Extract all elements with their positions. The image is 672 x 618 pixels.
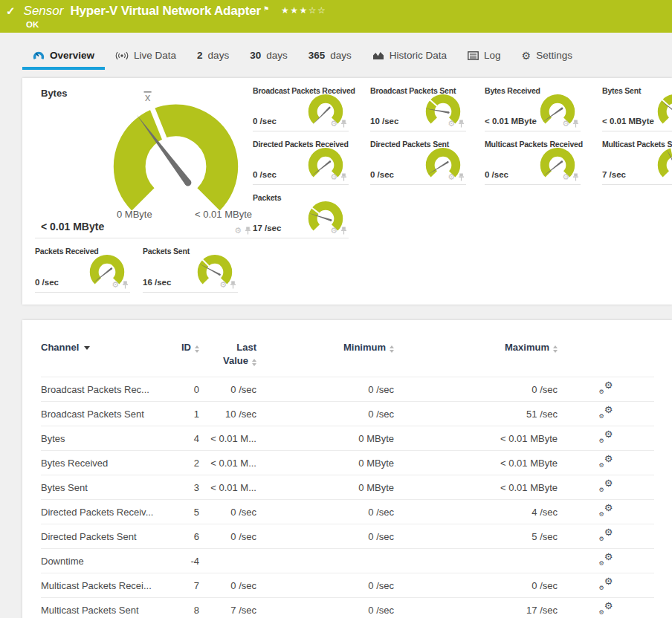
channel-settings-gears-icon[interactable]: ⚙ ⚙ (599, 602, 613, 615)
minimum-cell: 0 MByte (264, 475, 401, 500)
gauge-settings-gear-icon[interactable]: ⚙ (330, 227, 337, 235)
channel-settings-gears-icon[interactable]: ⚙ ⚙ (599, 504, 613, 517)
channel-settings-gears-icon[interactable]: ⚙ ⚙ (599, 406, 613, 419)
gauge-settings-gear-icon[interactable]: ⚙ (219, 281, 227, 289)
tab-365-days[interactable]: 365 days (298, 45, 362, 70)
channel-settings-gears-icon[interactable]: ⚙ ⚙ (599, 455, 613, 468)
gauge-pin-icon[interactable] (572, 120, 579, 128)
table-row[interactable]: Downtime -4 ⚙ ⚙ (41, 549, 654, 573)
minimum-cell: 0 /sec (264, 377, 401, 402)
channel-name-cell[interactable]: Directed Packets Sent (41, 524, 175, 549)
channel-settings-gears-icon[interactable]: ⚙ ⚙ (599, 578, 613, 591)
column-header-channel[interactable]: Channel (41, 331, 175, 377)
last-value-cell: 0 /sec (207, 500, 264, 524)
gauge-current-value: 0 /sec (253, 117, 277, 126)
status-check-icon: ✓ (6, 4, 16, 18)
priority-flag-icon[interactable]: ⚑ (263, 5, 269, 13)
gauge-current-value: < 0.01 MByte (485, 117, 537, 126)
table-row[interactable]: Broadcast Packets Sent 1 10 /sec 0 /sec … (41, 402, 654, 426)
channel-name-cell[interactable]: Broadcast Packets Rec... (41, 377, 175, 402)
tab-bar: Overview Live Data 2 days 30 days 365 da… (0, 33, 672, 78)
tab-2-days[interactable]: 2 days (187, 45, 239, 70)
channel-settings-gears-icon[interactable]: ⚙ ⚙ (599, 431, 613, 443)
svg-text:x: x (145, 91, 151, 103)
channel-settings-gears-icon[interactable]: ⚙ ⚙ (599, 480, 613, 492)
tab-overview[interactable]: Overview (22, 45, 105, 70)
channel-id-cell: 8 (175, 598, 207, 618)
channel-name-cell[interactable]: Bytes Received (41, 451, 175, 475)
tab-overview-label: Overview (50, 50, 94, 61)
column-header-maximum[interactable]: Maximum (401, 331, 565, 377)
star-icon[interactable]: ☆ (308, 5, 317, 16)
channel-name-cell[interactable]: Multicast Packets Recei... (41, 573, 175, 598)
maximum-cell (401, 549, 565, 573)
channel-settings-gears-icon[interactable]: ⚙ ⚙ (599, 529, 613, 541)
column-header-minimum[interactable]: Minimum (264, 331, 401, 377)
gauge-pin-icon[interactable] (458, 120, 465, 128)
star-icon[interactable]: ★ (290, 5, 299, 16)
table-row[interactable]: Multicast Packets Recei... 7 0 /sec 0 /s… (41, 573, 654, 598)
channel-settings-gears-icon[interactable]: ⚙ ⚙ (599, 553, 613, 566)
gauge-settings-gear-icon[interactable]: ⚙ (448, 120, 455, 128)
gauge-current-value: < 0.01 MByte (41, 221, 104, 232)
channels-table-body: Broadcast Packets Rec... 0 0 /sec 0 /sec… (41, 377, 654, 618)
sensor-title: Hyper-V Virtual Network Adapter (70, 4, 260, 19)
gauge-tile: Bytes Received < 0.01 MByte ⚙ (485, 78, 581, 131)
gauge-settings-gear-icon[interactable]: ⚙ (562, 173, 569, 181)
gauge-pin-icon[interactable] (340, 227, 347, 235)
star-icon[interactable]: ★ (299, 5, 308, 16)
gauge-title: Bytes Sent (602, 86, 641, 95)
channel-name-cell[interactable]: Directed Packets Receiv... (41, 500, 175, 524)
star-rating[interactable]: ★★★☆☆ (281, 5, 326, 16)
tab-historic-data[interactable]: Historic Data (362, 45, 457, 70)
table-row[interactable]: Multicast Packets Sent 8 7 /sec 0 /sec 1… (41, 598, 654, 618)
gauge-pin-icon[interactable] (340, 173, 347, 181)
gauge-pin-icon[interactable] (122, 281, 129, 289)
table-row[interactable]: Bytes Received 2 < 0.01 M... 0 MByte < 0… (41, 451, 654, 475)
channel-id-cell: -4 (175, 549, 207, 573)
table-row[interactable]: Bytes 4 < 0.01 M... 0 MByte < 0.01 MByte… (41, 426, 654, 451)
gauge-settings-gear-icon[interactable]: ⚙ (234, 227, 242, 235)
gauge-pin-icon[interactable] (340, 120, 347, 128)
channel-name-cell[interactable]: Broadcast Packets Sent (41, 402, 175, 426)
table-row[interactable]: Broadcast Packets Rec... 0 0 /sec 0 /sec… (41, 377, 654, 402)
gauge-current-value: 17 /sec (253, 224, 281, 232)
maximum-cell: < 0.01 MByte (401, 426, 565, 451)
star-icon[interactable]: ★ (281, 5, 290, 16)
star-icon[interactable]: ☆ (317, 5, 326, 16)
column-header-id[interactable]: ID (175, 331, 207, 377)
channel-id-cell: 6 (175, 524, 207, 549)
maximum-cell: 5 /sec (401, 524, 565, 549)
tab-30-days[interactable]: 30 days (239, 45, 298, 70)
channel-name-cell[interactable]: Bytes (41, 426, 175, 451)
column-header-last-value[interactable]: Last Value (207, 331, 264, 377)
channel-id-cell: 7 (175, 573, 207, 598)
gauge-current-value: 0 /sec (35, 278, 59, 287)
table-row[interactable]: Bytes Sent 3 < 0.01 M... 0 MByte < 0.01 … (41, 475, 654, 500)
gauge-pin-icon[interactable] (230, 281, 236, 289)
table-row[interactable]: Directed Packets Receiv... 5 0 /sec 0 /s… (41, 500, 654, 524)
tab-live-data[interactable]: Live Data (105, 45, 187, 70)
sort-icon (390, 345, 394, 353)
gauge-pin-icon[interactable] (458, 173, 465, 181)
gauge-settings-gear-icon[interactable]: ⚙ (448, 173, 455, 181)
gauge-current-value: 0 /sec (253, 170, 277, 179)
channel-name-cell[interactable]: Downtime (41, 549, 175, 573)
channel-name-cell[interactable]: Multicast Packets Sent (41, 598, 175, 618)
gauge-settings-gear-icon[interactable]: ⚙ (112, 281, 119, 289)
channel-settings-gears-icon[interactable]: ⚙ ⚙ (599, 382, 613, 394)
tab-log[interactable]: Log (457, 45, 511, 70)
sensor-header: ✓ Sensor Hyper-V Virtual Network Adapter… (0, 0, 672, 33)
gauge-tile: Packets Received 0 /sec ⚙ (35, 238, 130, 293)
tab-settings[interactable]: ⚙ Settings (511, 45, 583, 70)
channel-name-cell[interactable]: Bytes Sent (41, 475, 175, 500)
gauge-tile: Multicast Packets Sent 7 /sec ⚙ (602, 131, 672, 185)
gauge-settings-gear-icon[interactable]: ⚙ (330, 173, 337, 181)
gauge-title: Packets (253, 193, 281, 202)
gauge-settings-gear-icon[interactable]: ⚙ (562, 120, 569, 128)
gauge-settings-gear-icon[interactable]: ⚙ (330, 120, 337, 128)
minimum-cell: 0 MByte (264, 426, 401, 451)
gauge-pin-icon[interactable] (572, 173, 579, 181)
table-row[interactable]: Directed Packets Sent 6 0 /sec 0 /sec 5 … (41, 524, 654, 549)
gauge-pin-icon[interactable] (245, 227, 251, 235)
